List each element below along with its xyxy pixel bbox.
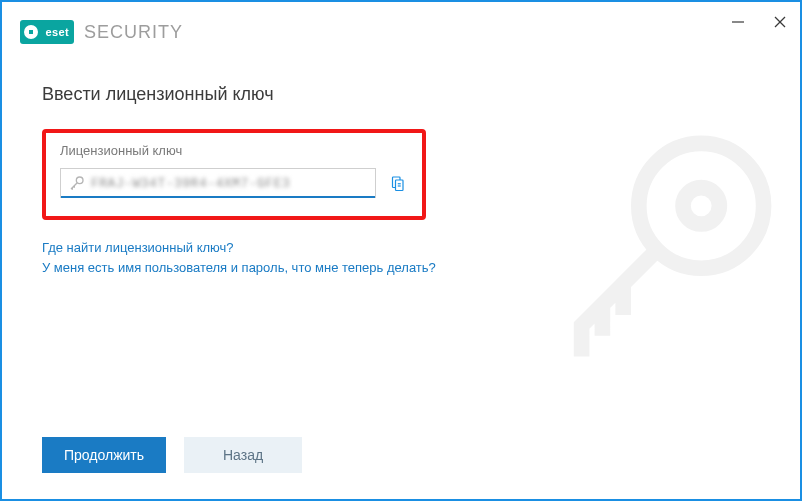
svg-point-5 bbox=[76, 177, 83, 184]
link-have-username-password[interactable]: У меня есть имя пользователя и пароль, ч… bbox=[42, 260, 436, 275]
back-button[interactable]: Назад bbox=[184, 437, 302, 473]
license-key-input[interactable] bbox=[91, 176, 367, 191]
svg-rect-7 bbox=[396, 180, 404, 191]
content-area: Ввести лицензионный ключ Лицензионный кл… bbox=[2, 62, 800, 437]
minimize-icon bbox=[731, 15, 745, 29]
window-controls bbox=[728, 12, 790, 32]
minimize-button[interactable] bbox=[728, 12, 748, 32]
footer-buttons: Продолжить Назад bbox=[2, 437, 800, 499]
eset-logo: eset bbox=[20, 20, 74, 44]
key-icon bbox=[69, 175, 85, 191]
clipboard-icon bbox=[388, 174, 406, 192]
close-icon bbox=[773, 15, 787, 29]
product-name: SECURITY bbox=[84, 22, 183, 43]
close-button[interactable] bbox=[770, 12, 790, 32]
logo-text: eset bbox=[45, 23, 69, 41]
help-links: Где найти лицензионный ключ? У меня есть… bbox=[42, 238, 760, 277]
license-key-label: Лицензионный ключ bbox=[60, 143, 408, 158]
titlebar: eset SECURITY bbox=[2, 2, 800, 62]
window: eset SECURITY Ввести лицензионный ключ Л… bbox=[0, 0, 802, 501]
paste-button[interactable] bbox=[386, 172, 408, 194]
key-watermark-icon bbox=[540, 107, 800, 367]
link-where-to-find-key[interactable]: Где найти лицензионный ключ? bbox=[42, 240, 234, 255]
license-key-highlight: Лицензионный ключ bbox=[42, 129, 426, 220]
continue-button[interactable]: Продолжить bbox=[42, 437, 166, 473]
svg-point-4 bbox=[683, 188, 719, 224]
page-title: Ввести лицензионный ключ bbox=[42, 84, 760, 105]
license-key-field-wrap[interactable] bbox=[60, 168, 376, 198]
brand: eset SECURITY bbox=[20, 20, 183, 44]
